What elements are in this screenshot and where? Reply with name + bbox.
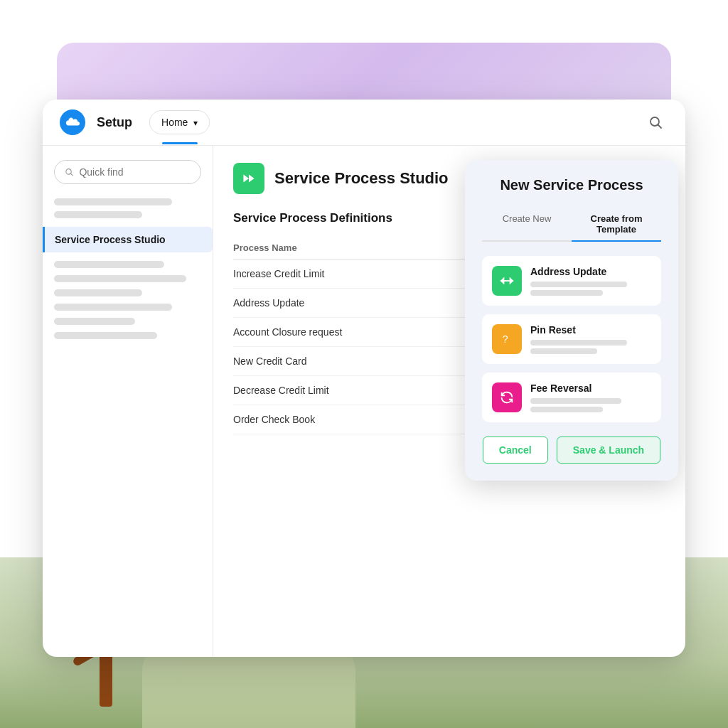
browser-window: Setup Home [43,100,685,657]
content-area: Service Process Studio [43,146,685,656]
skeleton-bar [54,211,142,218]
skeleton-bar [54,198,172,205]
col-process-name: Process Name [233,237,476,259]
tab-create-new[interactable]: Create New [482,208,572,240]
skeleton-bar [54,261,164,268]
template-icon-0 [492,266,522,296]
template-skel [530,340,627,346]
template-skel [530,348,597,354]
global-search-icon[interactable] [643,109,668,135]
process-name-cell: Increase Credit Limit [233,259,476,289]
svg-line-3 [70,173,73,176]
svg-line-1 [658,125,662,129]
process-name-cell: New Credit Card [233,347,476,376]
svg-text:?: ? [503,333,508,345]
skeleton-bar [54,289,142,296]
modal-tabs: Create New Create from Template [482,208,661,242]
process-name-cell: Account Closure request [233,318,476,347]
template-info-0: Address Update [530,266,651,296]
template-icon-2 [492,382,522,412]
top-bar: Setup Home [43,100,685,146]
process-name-cell: Decrease Credit Limit [233,376,476,405]
sidebar-item-service-process-studio[interactable]: Service Process Studio [43,227,213,252]
salesforce-cloud-icon [65,114,80,130]
process-name-cell: Address Update [233,289,476,318]
skeleton-bar [54,332,157,339]
cancel-button[interactable]: Cancel [483,437,548,464]
template-list: Address Update ? Pin Reset Fee Reversal [482,256,661,422]
sidebar-skeleton-bottom [54,261,201,339]
template-item[interactable]: ? Pin Reset [482,314,661,364]
template-skel [530,290,603,296]
modal-buttons: Cancel Save & Launch [482,437,661,464]
quick-find-input[interactable] [79,166,191,178]
sidebar-skeleton-top [54,198,201,218]
skeleton-bar [54,318,135,325]
scene: Setup Home [0,0,728,728]
setup-title: Setup [97,115,132,130]
skeleton-bar [54,275,186,282]
modal-overlay: New Service Process Create New Create fr… [458,146,685,656]
template-desc-2 [530,398,651,412]
main-panel: Service Process Studio Service Process D… [213,146,685,656]
chevron-down-icon [192,117,198,128]
new-service-process-modal: New Service Process Create New Create fr… [465,160,678,481]
process-name-cell: Order Check Book [233,405,476,434]
template-name-2: Fee Reversal [530,382,651,394]
template-desc-1 [530,340,651,354]
forward-arrows-icon [240,169,258,188]
template-skel [530,398,621,404]
quick-find-search-icon [65,167,73,177]
template-info-1: Pin Reset [530,324,651,354]
template-item[interactable]: Fee Reversal [482,373,661,422]
quick-find-box[interactable] [54,160,201,184]
template-desc-0 [530,282,651,296]
save-launch-button[interactable]: Save & Launch [557,437,660,464]
home-tab[interactable]: Home [149,110,210,134]
studio-title: Service Process Studio [274,169,449,188]
home-tab-label: Home [161,117,188,128]
skeleton-bar [54,304,172,311]
template-item[interactable]: Address Update [482,256,661,306]
template-skel [530,282,627,287]
template-skel [530,407,603,412]
template-icon-1: ? [492,324,522,354]
search-svg [648,115,663,129]
tab-create-from-template[interactable]: Create from Template [572,208,661,242]
salesforce-logo [60,109,85,135]
template-name-1: Pin Reset [530,324,651,336]
template-name-0: Address Update [530,266,651,277]
template-info-2: Fee Reversal [530,382,651,412]
modal-title: New Service Process [482,177,661,193]
studio-icon [233,163,264,194]
sidebar: Service Process Studio [43,146,213,656]
